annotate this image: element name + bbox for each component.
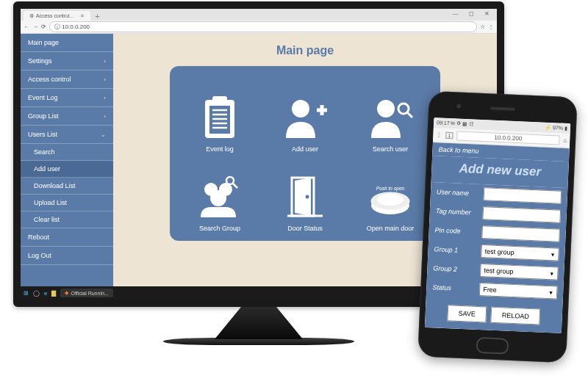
tile-search-group[interactable]: Search Group <box>186 159 254 232</box>
sidebar-sub-search[interactable]: Search <box>21 144 113 161</box>
tab-favicon-icon: ⚙ <box>29 13 34 19</box>
page-title: Main page <box>276 44 334 57</box>
group2-label: Group 2 <box>433 264 477 274</box>
folder-icon[interactable]: ▇ <box>51 290 56 297</box>
sidebar-item-label: Settings <box>28 57 52 65</box>
phone-camera-icon <box>456 104 461 108</box>
reload-button[interactable]: RELOAD <box>490 307 540 325</box>
status-left: 09:17 ✉ ⚙ ▦ ☷ <box>437 120 474 127</box>
browser-tab[interactable]: ⚙ Access control... ✕ <box>24 11 90 21</box>
cortana-icon[interactable]: ◯ <box>33 290 40 297</box>
start-button-icon[interactable]: ⊞ <box>24 290 29 297</box>
sidebar-item-access-control[interactable]: Access control› <box>21 70 113 89</box>
phone-home-button[interactable] <box>476 337 509 355</box>
dropdown-icon: ▼ <box>549 271 554 276</box>
svg-line-13 <box>407 112 412 117</box>
phone-speaker <box>490 106 515 110</box>
sidebar-item-label: Group List <box>28 112 59 120</box>
svg-point-20 <box>306 195 309 199</box>
sidebar-item-label: Clear list <box>34 216 60 223</box>
phone-tabs-icon[interactable]: 1 <box>445 132 453 139</box>
tile-add-user[interactable]: Add user <box>271 79 339 153</box>
select-value: Free <box>483 286 497 294</box>
tile-grid: Event log Add user <box>170 66 440 241</box>
sidebar-item-label: Log Out <box>28 252 51 259</box>
user-name-field[interactable] <box>484 187 562 204</box>
status-right: ⚡ 97% ▮ <box>545 125 567 131</box>
group1-label: Group 1 <box>434 245 478 255</box>
tile-search-user[interactable]: Search user <box>356 79 424 153</box>
phone-url-input[interactable]: 10.0.0.200 <box>456 131 560 145</box>
phone-menu-icon[interactable]: ⋮ <box>436 131 442 138</box>
sidebar-item-label: Upload List <box>34 199 67 206</box>
sidebar-item-reboot[interactable]: Reboot <box>21 228 113 247</box>
svg-point-24 <box>377 194 404 206</box>
pin-code-field[interactable] <box>481 225 560 242</box>
sidebar-sub-download-list[interactable]: Download List <box>21 178 113 195</box>
group1-select[interactable]: test group▼ <box>481 244 559 261</box>
group2-select[interactable]: test group▼ <box>480 264 559 280</box>
tile-door-status[interactable]: Door Status <box>271 159 339 232</box>
sidebar-item-label: Reboot <box>28 233 49 241</box>
phone-screen: 09:17 ✉ ⚙ ▦ ☷ ⚡ 97% ▮ ⋮ 1 10.0.0.200 ⌂ B… <box>425 117 570 333</box>
url-text: 10.0.0.200 <box>62 23 90 30</box>
tile-label: Open main door <box>367 225 415 232</box>
dropdown-icon: ▼ <box>548 290 553 295</box>
svg-point-16 <box>210 190 226 206</box>
pin-code-label: Pin code <box>435 226 479 236</box>
status-label: Status <box>432 283 476 293</box>
sidebar-item-event-log[interactable]: Event Log› <box>21 89 113 107</box>
chevron-right-icon: › <box>104 113 106 120</box>
nav-reload-icon[interactable]: ⟳ <box>41 23 46 30</box>
tile-event-log[interactable]: Event log <box>186 79 254 153</box>
sidebar-item-group-list[interactable]: Group List› <box>21 107 113 126</box>
browser-tab-bar: ⚙ Access control... ✕ + — ◻ ✕ <box>21 9 497 21</box>
tab-title: Access control... <box>36 13 74 18</box>
svg-point-17 <box>226 177 234 184</box>
group-search-icon <box>196 173 243 220</box>
tag-number-label: Tag number <box>436 207 480 217</box>
tag-number-field[interactable] <box>482 206 561 223</box>
svg-line-18 <box>233 184 237 188</box>
url-input[interactable]: ⓘ 10.0.0.200 <box>49 21 477 32</box>
new-tab-button[interactable]: + <box>90 12 104 21</box>
chevron-right-icon: › <box>104 76 106 83</box>
tile-label: Add user <box>292 145 318 153</box>
sidebar: Main page Settings› Access control› Even… <box>21 34 113 286</box>
sidebar-sub-upload-list[interactable]: Upload List <box>21 195 113 211</box>
edge-icon[interactable]: e <box>44 290 47 297</box>
smartphone: 09:17 ✉ ⚙ ▦ ☷ ⚡ 97% ▮ ⋮ 1 10.0.0.200 ⌂ B… <box>417 91 578 363</box>
save-button[interactable]: SAVE <box>447 305 487 322</box>
phone-home-icon[interactable]: ⌂ <box>563 137 567 144</box>
status-select[interactable]: Free▼ <box>479 283 558 300</box>
sidebar-sub-clear-list[interactable]: Clear list <box>21 211 113 228</box>
menu-icon[interactable]: ⋮ <box>488 23 494 30</box>
svg-text:Push to open: Push to open <box>376 186 405 192</box>
sidebar-item-users-list[interactable]: Users List⌄ <box>21 126 113 144</box>
monitor-stand <box>215 307 303 339</box>
sidebar-item-settings[interactable]: Settings› <box>21 52 113 70</box>
sidebar-item-log-out[interactable]: Log Out <box>21 247 113 265</box>
sidebar-item-label: Main page <box>28 39 59 46</box>
close-tab-icon[interactable]: ✕ <box>80 13 85 19</box>
user-plus-icon <box>282 94 329 141</box>
tile-label: Door Status <box>287 225 323 232</box>
sidebar-item-main-page[interactable]: Main page <box>21 34 113 52</box>
window-controls[interactable]: — ◻ ✕ <box>453 10 494 17</box>
nav-back-icon[interactable]: ← <box>24 23 29 30</box>
nav-forward-icon[interactable]: → <box>32 23 38 30</box>
svg-point-11 <box>377 100 395 117</box>
taskbar-item[interactable]: ◆ Official Runnin... <box>60 289 112 297</box>
clipboard-icon <box>196 94 243 141</box>
sidebar-item-label: Add user <box>34 165 60 173</box>
phone-body: 09:17 ✉ ⚙ ▦ ☷ ⚡ 97% ▮ ⋮ 1 10.0.0.200 ⌂ B… <box>417 91 578 363</box>
bookmark-icon[interactable]: ☆ <box>480 23 485 30</box>
sidebar-sub-add-user[interactable]: Add user <box>21 161 113 178</box>
sidebar-item-label: Download List <box>34 182 76 189</box>
app-icon: ◆ <box>65 290 68 296</box>
door-icon <box>282 173 329 220</box>
select-value: test group <box>484 267 513 275</box>
taskbar-item-label: Official Runnin... <box>71 291 108 296</box>
tile-open-main-door[interactable]: Push to open Open main door <box>356 159 424 232</box>
phone-url-text: 10.0.0.200 <box>494 134 522 142</box>
